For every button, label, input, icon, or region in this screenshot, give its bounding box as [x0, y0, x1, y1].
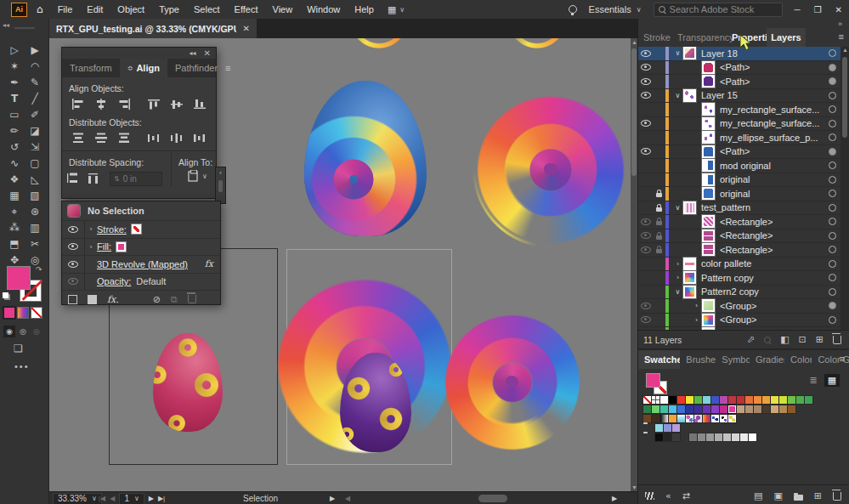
layer-thumbnail[interactable]: [702, 145, 715, 158]
target-circle[interactable]: [823, 77, 841, 85]
delete-item-icon[interactable]: [188, 295, 196, 303]
visibility-toggle[interactable]: [638, 218, 653, 225]
distribute-top-button[interactable]: [67, 130, 88, 145]
hscroll-left-icon[interactable]: ◀: [345, 495, 350, 502]
visibility-toggle[interactable]: [638, 246, 653, 253]
menu-edit[interactable]: Edit: [87, 4, 103, 14]
menu-effect[interactable]: Effect: [235, 4, 258, 14]
swatch-options-icon[interactable]: ⇄: [682, 490, 690, 501]
swatch[interactable]: [762, 405, 770, 413]
collapse-strip-icon[interactable]: ‹: [219, 169, 222, 177]
collect-for-export-icon[interactable]: ⬀: [747, 334, 755, 345]
horizontal-spacing-button[interactable]: [83, 171, 105, 186]
effect-visibility-icon[interactable]: [68, 261, 78, 268]
zoom-level-control[interactable]: 33.33%∨: [53, 493, 102, 504]
selection-tool-icon[interactable]: ▷: [4, 42, 25, 58]
layer-row[interactable]: my_rectangle_surface...: [638, 103, 841, 117]
fill-visibility-icon[interactable]: [68, 243, 78, 250]
pen-tool-icon[interactable]: ✒: [4, 74, 25, 90]
tab-pathfinder[interactable]: Pathfinder: [167, 59, 225, 77]
gradient-button[interactable]: [18, 308, 28, 318]
width-tool-icon[interactable]: ∿: [4, 155, 25, 171]
swatch[interactable]: [754, 396, 761, 404]
layer-thumbnail[interactable]: [702, 117, 715, 130]
align-bottom-button[interactable]: [189, 96, 210, 111]
tab-swatches[interactable]: Swatches: [638, 350, 680, 369]
restore-button[interactable]: ❐: [814, 5, 822, 14]
swatch-selected[interactable]: [728, 405, 736, 413]
perspective-grid-tool-icon[interactable]: ◺: [25, 171, 45, 187]
stroke-visibility-icon[interactable]: [68, 226, 78, 233]
swatch[interactable]: [672, 433, 680, 441]
scrollbar-handle[interactable]: [631, 48, 637, 176]
blue-egg-artwork[interactable]: [304, 81, 427, 236]
layer-thumbnail[interactable]: [683, 271, 696, 284]
swatch[interactable]: [745, 396, 753, 404]
new-color-group-icon[interactable]: [794, 495, 803, 501]
swatch[interactable]: [703, 415, 710, 422]
show-swatch-kinds-icon[interactable]: «: [665, 490, 671, 501]
first-artboard-icon[interactable]: |◀: [99, 495, 105, 502]
swatch-libraries-icon[interactable]: [645, 492, 654, 500]
workspace-selector[interactable]: Essentials∨: [589, 4, 642, 14]
swatch[interactable]: [715, 433, 722, 441]
type-tool-icon[interactable]: T: [4, 90, 25, 106]
align-left-button[interactable]: [67, 96, 88, 111]
target-circle[interactable]: [823, 120, 841, 127]
layer-label[interactable]: <Rectangle>: [720, 217, 823, 227]
fill-color-well[interactable]: [8, 267, 30, 289]
target-circle[interactable]: [823, 302, 841, 309]
tab-align[interactable]: ≎Align: [120, 59, 167, 77]
rotate-tool-icon[interactable]: ↺: [4, 139, 25, 155]
layer-row[interactable]: <Rectangle>: [638, 243, 841, 258]
target-circle[interactable]: [823, 246, 841, 253]
target-circle[interactable]: [823, 49, 841, 57]
visibility-toggle[interactable]: [638, 78, 653, 85]
shape-builder-tool-icon[interactable]: ❖: [4, 171, 25, 187]
canvas-vertical-scrollbar[interactable]: ▲ ▼: [631, 38, 637, 491]
fill-proxy[interactable]: [647, 374, 659, 387]
free-transform-tool-icon[interactable]: ▢: [25, 155, 45, 171]
target-circle[interactable]: [823, 204, 841, 212]
partial-spiral-top-right[interactable]: [507, 38, 568, 50]
swatch-pattern[interactable]: [728, 415, 736, 422]
layer-label[interactable]: mod original: [720, 161, 823, 171]
home-icon[interactable]: ⌂: [37, 3, 43, 15]
distribute-hcenter-button[interactable]: [166, 130, 187, 145]
layer-thumbnail[interactable]: [683, 47, 696, 59]
layer-label[interactable]: Layer 15: [701, 90, 823, 100]
swatch[interactable]: [669, 405, 676, 413]
swatch[interactable]: [771, 396, 778, 404]
tab-brushes[interactable]: Brushes: [680, 350, 716, 369]
status-flyout-icon[interactable]: ▶: [330, 495, 335, 502]
visibility-toggle[interactable]: [638, 232, 653, 239]
layer-row[interactable]: my_ellipse_surface_p...: [638, 131, 841, 145]
layer-thumbnail[interactable]: [702, 243, 715, 256]
align-to-button[interactable]: ∨: [187, 170, 212, 183]
swatch[interactable]: [664, 424, 671, 432]
mesh-tool-icon[interactable]: ▦: [4, 187, 25, 203]
distribute-left-button[interactable]: [143, 130, 164, 145]
layer-label[interactable]: <Rectangle>: [720, 230, 823, 241]
menu-window[interactable]: Window: [307, 4, 340, 14]
arrange-documents-icon[interactable]: ▦∨: [388, 4, 405, 15]
layer-label[interactable]: <Path>: [720, 146, 823, 156]
layer-label[interactable]: original: [720, 174, 823, 184]
fill-row[interactable]: › Fill:: [62, 239, 220, 257]
swatch[interactable]: [771, 405, 778, 413]
swatch[interactable]: [672, 424, 680, 432]
expand-chevron[interactable]: ∨: [672, 92, 683, 99]
edit-toolbar-icon[interactable]: •••: [14, 361, 30, 371]
swatch[interactable]: [669, 396, 676, 404]
tab-layers[interactable]: Layers: [767, 28, 806, 47]
layer-thumbnail[interactable]: [702, 61, 715, 74]
swatch[interactable]: [779, 405, 787, 413]
swatch[interactable]: [677, 396, 685, 404]
target-circle[interactable]: [823, 133, 841, 141]
swatch[interactable]: [652, 405, 659, 413]
grid-view-icon[interactable]: ▦: [824, 374, 840, 387]
visibility-toggle[interactable]: [638, 92, 653, 99]
target-circle[interactable]: [823, 176, 841, 184]
swatch[interactable]: [796, 396, 804, 404]
layer-thumbnail[interactable]: [702, 314, 715, 326]
